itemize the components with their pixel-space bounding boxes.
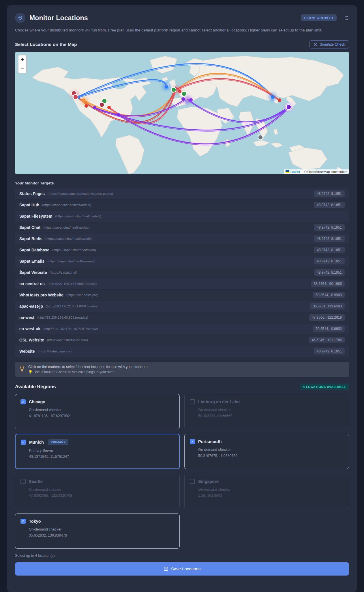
region-cards-grid: ✓ Chicago On-demand checker 41.8781136, … <box>15 394 349 549</box>
target-url: (https://sapat.chat/healthz/email) <box>47 259 314 263</box>
target-coordinates-badge: 38.6364, -90.1985 <box>311 281 345 287</box>
target-url: (https://sapat.chat) <box>50 271 314 274</box>
target-name: Šapat Website <box>19 270 47 275</box>
leaflet-link[interactable]: Leaflet <box>290 170 300 173</box>
target-url: (https://sapat.chat/healthz/disk) <box>55 214 345 218</box>
target-name: Website <box>19 349 35 354</box>
region-name: Tokyo <box>29 519 41 524</box>
region-checkbox[interactable] <box>190 479 195 484</box>
target-coordinates-badge: 48.9742, 8.1851 <box>314 247 345 253</box>
target-coordinates-badge: 50.8514, -0.9903 <box>313 292 345 298</box>
marker-portsmouth[interactable] <box>171 87 176 92</box>
ping-dot-marker[interactable] <box>271 95 274 99</box>
zoom-in-button[interactable]: + <box>18 55 26 64</box>
ping-dot-marker[interactable] <box>117 113 120 116</box>
region-card[interactable]: ✓ Portsmouth On-demand checker 50.819767… <box>184 434 349 469</box>
table-row: Website (https://statuspage.me) 48.9742,… <box>15 346 349 357</box>
table-row: Sapat Emails (https://sapat.chat/healthz… <box>15 256 349 267</box>
lightbulb-icon <box>20 366 24 373</box>
region-type: On-demand checker <box>29 527 174 531</box>
target-name: WhoHosts.pro Website <box>19 293 63 297</box>
region-type: On-demand checker <box>29 408 174 412</box>
target-name: na-west <box>19 315 34 320</box>
header: Monitor Locations PLAN: GROWTH <box>15 13 349 23</box>
ping-dot-marker[interactable] <box>93 106 96 109</box>
target-url: (http://85.239.233.60:8081/readyz) <box>37 316 309 319</box>
region-checkbox[interactable]: ✓ <box>21 440 26 445</box>
target-coordinates-badge: 48.9742, 8.1851 <box>314 202 345 208</box>
target-coordinates-badge: 50.8514, -0.9903 <box>313 326 345 332</box>
ping-dot-marker[interactable] <box>107 106 111 109</box>
page-description: Choose where your distributed monitors w… <box>15 27 338 33</box>
target-url: (https://sapat.chat/healthz/db) <box>52 248 314 252</box>
region-name: Limburg an der Lahn <box>198 399 240 404</box>
table-row: na-central-us (http://209.126.0.56:8081/… <box>15 279 349 289</box>
region-checkbox[interactable] <box>190 399 195 404</box>
target-coordinates-badge: 48.9742, 8.1851 <box>314 348 345 354</box>
page-title: Monitor Locations <box>29 14 297 22</box>
save-locations-button[interactable]: Save Locations <box>15 562 349 576</box>
table-row: Sapat Redis (https://sapat.chat/healthz/… <box>15 234 349 244</box>
target-url: (http://209.126.0.56:8081/readyz) <box>48 282 311 285</box>
region-coordinates: 1.29, 103.8503 <box>198 494 344 498</box>
target-url: (http://149.102.146.185:8081/readyz) <box>43 327 313 330</box>
marker-limburg[interactable] <box>182 91 187 96</box>
target-url: (https://statuspage.me) <box>37 350 314 353</box>
target-name: Sapat Redis <box>19 236 42 241</box>
ukraine-flag-icon <box>286 170 289 173</box>
table-row: WhoHosts.pro Website (https://whohosts.p… <box>15 290 349 300</box>
target-name: apac-east-jp <box>19 304 43 309</box>
target-url: (https://statuspage.me/healthz/status-pa… <box>48 192 314 195</box>
target-name: Sapat Emails <box>19 259 44 264</box>
target-name: Status Pages <box>19 191 45 196</box>
ping-dot-marker[interactable] <box>278 98 281 102</box>
ping-dot-marker[interactable] <box>85 104 88 108</box>
region-card[interactable]: ✓ Tokyo On-demand checker 35.652832, 139… <box>15 513 180 549</box>
region-coordinates: 48.1371541, 11.5761247 <box>29 455 174 459</box>
region-checkbox[interactable]: ✓ <box>20 519 26 524</box>
region-card[interactable]: Singapore On-demand checker 1.29, 103.85… <box>184 474 349 509</box>
target-name: OSL Website <box>19 338 44 342</box>
refresh-icon[interactable] <box>344 16 349 20</box>
region-coordinates: 50.8197675, -1.0880769 <box>198 454 344 458</box>
marker-seattle-b[interactable] <box>73 94 78 99</box>
ping-dot-marker[interactable] <box>189 98 193 102</box>
region-coordinates: 50.383333, 8.066667 <box>198 414 344 418</box>
region-checkbox[interactable] <box>20 479 26 484</box>
region-coordinates: 41.8781136, -87.6297982 <box>29 414 174 418</box>
region-card[interactable]: Limburg an der Lahn On-demand checker 50… <box>184 394 349 429</box>
table-row: apac-east-jp (http://103.125.216.51:8081… <box>15 301 349 312</box>
region-card[interactable]: ✓ Munich PRIMARY Primary Server 48.13715… <box>15 434 180 469</box>
target-url: (https://openstartuplist.com) <box>47 338 309 342</box>
simulate-check-button[interactable]: Simulate Check <box>309 40 349 48</box>
region-card[interactable]: Seattle On-demand checker 47.6062095, -1… <box>15 474 180 509</box>
target-coordinates-badge: 48.9742, 8.1851 <box>314 269 345 276</box>
world-map[interactable]: + − Leaflet | © OpenStreetMap contributo… <box>15 52 349 174</box>
table-row: Status Pages (https://statuspage.me/heal… <box>15 188 349 199</box>
ping-dot-marker[interactable] <box>181 97 185 101</box>
marker-singapore[interactable] <box>258 135 263 140</box>
marker-tokyo[interactable] <box>286 104 291 109</box>
target-coordinates-badge: 35.6761, 139.6503 <box>310 303 345 309</box>
target-coordinates-badge: 45.5945, -121.1786 <box>309 337 345 343</box>
zoom-out-button[interactable]: − <box>18 64 26 73</box>
marker-na-central[interactable] <box>100 102 104 107</box>
play-circle-icon <box>314 42 318 46</box>
plan-badge: PLAN: GROWTH <box>301 14 337 21</box>
region-card[interactable]: ✓ Chicago On-demand checker 41.8781136, … <box>15 394 180 429</box>
region-checkbox[interactable]: ✓ <box>190 439 195 444</box>
location-pin-icon <box>15 13 25 23</box>
region-coordinates: 35.652832, 139.839478 <box>29 533 174 537</box>
ping-dot-marker[interactable] <box>178 89 181 93</box>
region-checkbox[interactable]: ✓ <box>20 399 26 404</box>
ping-dot-marker[interactable] <box>165 85 168 89</box>
target-url: (https://sapat.chat/healthz/admin) <box>42 203 314 207</box>
target-coordinates-badge: 48.9742, 8.1851 <box>314 191 345 197</box>
table-row: OSL Website (https://openstartuplist.com… <box>15 335 349 346</box>
table-row: Sapat Chat (https://sapat.chat/healthz/c… <box>15 222 349 233</box>
ping-dot-marker[interactable] <box>84 101 87 104</box>
save-icon <box>164 566 168 571</box>
table-row: Šapat Website (https://sapat.chat) 48.97… <box>15 267 349 278</box>
target-url: (http://103.125.216.51:8081/readyz) <box>46 305 310 308</box>
target-coordinates-badge: 47.3066, -122.2619 <box>309 314 345 321</box>
